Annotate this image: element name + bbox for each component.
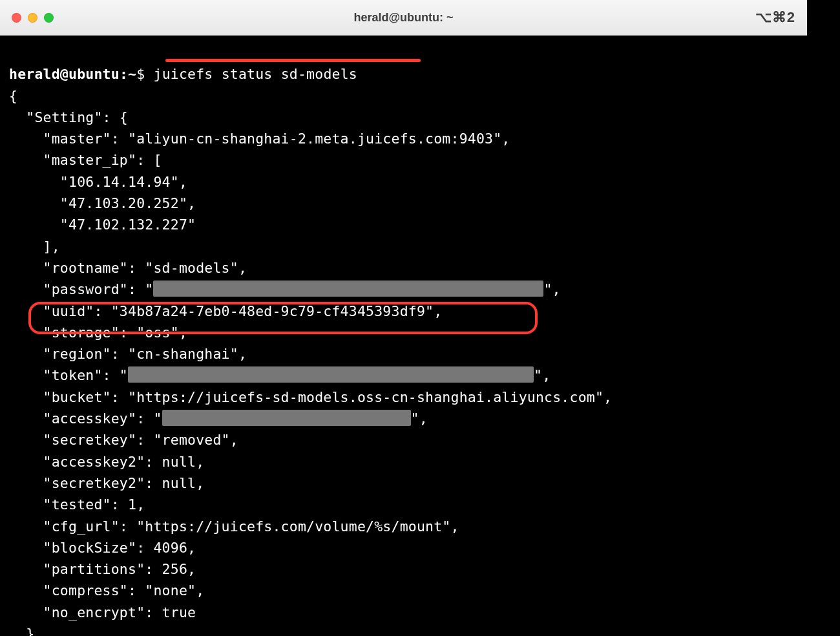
terminal-output[interactable]: herald@ubuntu:~$ juicefs status sd-model…: [0, 36, 807, 636]
line-master-ip-close: ],: [9, 238, 60, 255]
line-master-ip-open: "master_ip": [: [9, 152, 162, 168]
titlebar: herald@ubuntu: ~ ⌥⌘2: [0, 0, 807, 36]
prompt-cwd: ~: [128, 66, 136, 82]
line-bucket: "bucket": "https://juicefs-sd-models.oss…: [9, 389, 612, 405]
line-compress: "compress": "none",: [9, 582, 204, 599]
redaction-token: [128, 366, 534, 383]
line-tested: "tested": 1,: [9, 496, 145, 513]
line-ip1: "106.14.14.94",: [9, 174, 187, 190]
window-title: herald@ubuntu: ~: [0, 11, 807, 25]
line-brace-close-inner: },: [9, 626, 43, 636]
line-master: "master": "aliyun-cn-shanghai-2.meta.jui…: [9, 131, 510, 147]
redaction-accesskey: [162, 410, 411, 426]
line-accesskey-pre: "accesskey": ": [9, 410, 162, 427]
line-setting-key: "Setting": {: [9, 109, 128, 125]
highlight-underline: [165, 59, 421, 62]
prompt-sep2: $: [136, 66, 145, 82]
line-brace-open: {: [9, 88, 17, 104]
line-rootname: "rootname": "sd-models",: [9, 260, 247, 276]
redaction-password: [153, 281, 543, 297]
line-partitions: "partitions": 256,: [9, 561, 196, 577]
prompt-user-host: herald@ubuntu: [9, 66, 120, 82]
line-cfg-url: "cfg_url": "https://juicefs.com/volume/%…: [9, 518, 459, 535]
line-ip3: "47.102.132.227": [9, 217, 196, 233]
line-accesskey2: "accesskey2": null,: [9, 454, 204, 470]
line-secretkey2: "secretkey2": null,: [9, 475, 204, 491]
command-text: juicefs status sd-models: [154, 66, 357, 82]
line-password-pre: "password": ": [9, 281, 153, 297]
line-ip2: "47.103.20.252",: [9, 195, 196, 211]
line-secretkey: "secretkey": "removed",: [9, 432, 238, 448]
line-accesskey-post: ",: [411, 410, 428, 427]
line-blocksize: "blockSize": 4096,: [9, 540, 196, 556]
line-no-encrypt: "no_encrypt": true: [9, 604, 196, 620]
line-token-post: ",: [534, 367, 551, 383]
highlight-box: [28, 302, 538, 334]
prompt-sep1: :: [120, 66, 128, 82]
line-token-pre: "token": ": [9, 367, 128, 383]
line-region: "region": "cn-shanghai",: [9, 346, 247, 362]
line-password-post: ",: [543, 281, 560, 297]
